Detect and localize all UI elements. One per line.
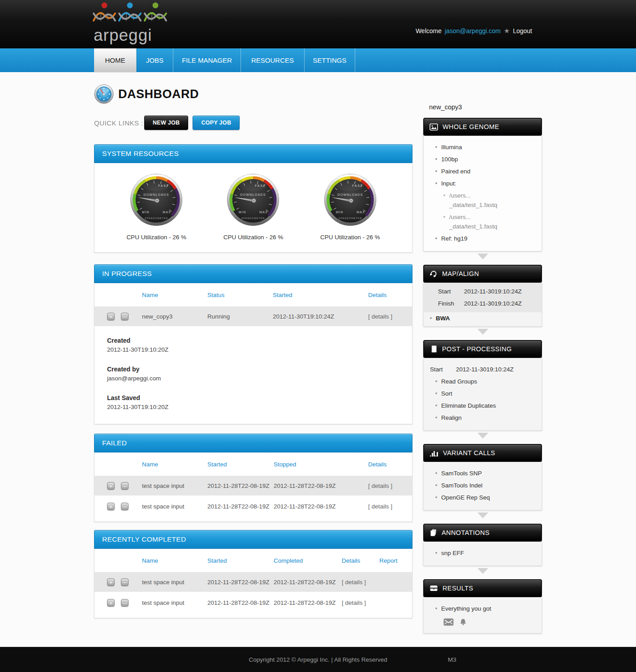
row-completed: 2012-11-28T22-08-19Z bbox=[274, 579, 342, 586]
last-saved-label: Last Saved bbox=[107, 394, 412, 401]
tab-jobs[interactable]: JOBS bbox=[136, 48, 173, 72]
gauge-caption: CPU Utilization - 26 % bbox=[211, 234, 296, 241]
copyright-text: Copyright 2012 © Arpeggi Inc. | All Righ… bbox=[0, 656, 636, 663]
results-body: Everything you got bbox=[423, 597, 542, 633]
bullet-icon bbox=[435, 158, 437, 160]
input-file-item: /users..._data/test_1.fastq bbox=[424, 190, 541, 211]
list-item: SamTools SNP bbox=[424, 467, 541, 479]
variant-calls-body: SamTools SNP SamTools Indel OpenGE Rep S… bbox=[423, 462, 542, 510]
col-completed[interactable]: Completed bbox=[274, 557, 342, 564]
created-value: 2012-11-30T19:10:20Z bbox=[107, 346, 412, 353]
col-started[interactable]: Started bbox=[273, 292, 368, 298]
col-name[interactable]: Name bbox=[142, 557, 207, 564]
page-footer: Copyright 2012 © Arpeggi Inc. | All Righ… bbox=[0, 647, 636, 672]
annotations-body: snp EFF bbox=[423, 542, 542, 566]
col-details[interactable]: Details bbox=[368, 292, 412, 298]
new-job-button[interactable]: NEW JOB bbox=[144, 116, 188, 130]
logout-link[interactable]: Logout bbox=[513, 27, 532, 34]
brand-text: arpeggi bbox=[94, 26, 177, 45]
expand-row-button[interactable]: + bbox=[107, 599, 115, 607]
bullet-icon bbox=[435, 392, 437, 394]
col-name[interactable]: Name bbox=[142, 292, 207, 298]
list-item: SamTools Indel bbox=[424, 479, 541, 491]
details-link[interactable]: [ details ] bbox=[368, 313, 412, 320]
speedometer-gauge-icon: FAST DOWNLOADS MIN MAX SPEEDOMETER bbox=[322, 171, 379, 228]
svg-text:SPEEDOMETER: SPEEDOMETER bbox=[339, 217, 362, 220]
bar-chart-icon bbox=[430, 449, 438, 457]
tab-resources[interactable]: RESOURCES bbox=[241, 48, 304, 72]
recently-completed-column-headers: Name Started Completed Details Report bbox=[95, 549, 412, 572]
list-item: OpenGE Rep Seq bbox=[424, 491, 541, 504]
list-item: Input: bbox=[424, 177, 541, 190]
mail-icon[interactable] bbox=[443, 618, 454, 626]
row-started: 2012-11-28T22-08-19Z bbox=[207, 503, 274, 510]
expand-row-button[interactable]: + bbox=[107, 503, 115, 510]
gauge-caption: CPU Utilization - 26 % bbox=[308, 234, 393, 241]
version-label: M3 bbox=[448, 656, 456, 663]
tab-settings[interactable]: SETTINGS bbox=[304, 48, 355, 72]
map-align-header[interactable]: MAP/ALIGN bbox=[423, 265, 542, 283]
whole-genome-header[interactable]: WHOLE GENOME bbox=[423, 118, 542, 136]
details-link[interactable]: [ details ] bbox=[342, 599, 379, 606]
collapse-row-button[interactable]: − bbox=[121, 599, 129, 607]
user-box: Welcome jason@arpeggi.com ★ Logout bbox=[416, 27, 532, 35]
annotations-header[interactable]: ANNOTATIONS bbox=[423, 524, 542, 542]
arpeggi-logo[interactable]: arpeggi bbox=[92, 2, 177, 45]
col-name[interactable]: Name bbox=[142, 461, 207, 468]
col-details[interactable]: Details bbox=[342, 557, 379, 564]
svg-text:SPEEDOMETER: SPEEDOMETER bbox=[145, 217, 168, 220]
details-link[interactable]: [ details ] bbox=[368, 503, 412, 510]
expand-row-button[interactable]: + bbox=[107, 313, 115, 320]
details-link[interactable]: [ details ] bbox=[368, 482, 412, 489]
system-resources-header: SYSTEM RESOURCES bbox=[94, 144, 413, 163]
row-name: test space input bbox=[142, 503, 207, 510]
cpu-gauge: FAST DOWNLOADS MIN MAX SPEEDOMETER CPU U… bbox=[114, 171, 199, 252]
list-item: 100bp bbox=[424, 153, 541, 165]
col-started[interactable]: Started bbox=[207, 461, 274, 468]
collapse-row-button[interactable]: − bbox=[121, 482, 129, 490]
svg-text:MAX: MAX bbox=[163, 211, 171, 214]
expand-row-button[interactable]: + bbox=[107, 578, 115, 586]
details-link[interactable]: [ details ] bbox=[342, 579, 379, 586]
row-stopped: 2012-11-28T22-08-19Z bbox=[274, 482, 368, 489]
collapse-row-button[interactable]: − bbox=[121, 578, 129, 586]
collapse-row-button[interactable]: − bbox=[121, 313, 129, 320]
welcome-label: Welcome bbox=[416, 27, 442, 34]
bullet-icon bbox=[435, 484, 437, 486]
expand-row-button[interactable]: + bbox=[107, 482, 115, 490]
tab-home[interactable]: HOME bbox=[94, 48, 136, 72]
col-started[interactable]: Started bbox=[207, 557, 274, 564]
row-name: test space input bbox=[142, 579, 207, 586]
col-stopped[interactable]: Stopped bbox=[274, 461, 368, 468]
collapse-row-button[interactable]: − bbox=[121, 503, 129, 510]
bell-icon[interactable] bbox=[460, 618, 466, 626]
list-item: Sort bbox=[424, 388, 541, 400]
page: arpeggi Welcome jason@arpeggi.com ★ Logo… bbox=[0, 0, 636, 672]
created-by-label: Created by bbox=[107, 366, 412, 373]
pipeline-arrow-icon bbox=[477, 433, 488, 439]
variant-calls-header[interactable]: VARIANT CALLS bbox=[423, 444, 542, 462]
gauge-caption: CPU Utilization - 26 % bbox=[114, 234, 199, 241]
bullet-icon bbox=[435, 417, 437, 418]
list-item: snp EFF bbox=[424, 547, 541, 559]
tab-file-manager[interactable]: FILE MANAGER bbox=[173, 48, 241, 72]
notebook-icon bbox=[430, 345, 438, 353]
col-report[interactable]: Report bbox=[379, 557, 412, 564]
bullet-icon bbox=[435, 237, 437, 239]
main-nav: HOME JOBS FILE MANAGER RESOURCES SETTING… bbox=[0, 48, 636, 72]
copy-job-button[interactable]: COPY JOB bbox=[193, 116, 240, 130]
list-item: Eliminate Duplicates bbox=[424, 400, 541, 412]
job-meta: Created 2012-11-30T19:10:20Z Created by … bbox=[95, 326, 412, 424]
row-started: 2012-11-28T22-08-19Z bbox=[207, 482, 274, 489]
list-item: Everything you got bbox=[424, 603, 541, 615]
user-email-link[interactable]: jason@arpeggi.com bbox=[445, 27, 501, 34]
bullet-icon bbox=[435, 380, 437, 382]
col-details[interactable]: Details bbox=[368, 461, 412, 468]
dashboard-gauge-icon bbox=[94, 84, 114, 104]
col-status[interactable]: Status bbox=[207, 292, 273, 298]
bullet-icon bbox=[430, 317, 432, 319]
list-item: Read Groups bbox=[424, 375, 541, 388]
post-processing-header[interactable]: POST - PROCESSING bbox=[423, 340, 542, 358]
bullet-icon bbox=[435, 405, 437, 406]
results-header[interactable]: RESULTS bbox=[423, 579, 542, 597]
